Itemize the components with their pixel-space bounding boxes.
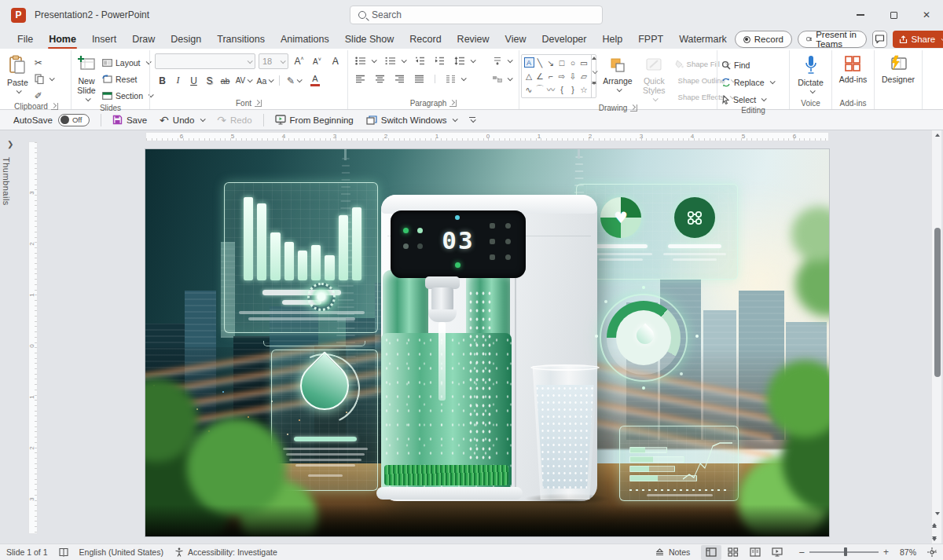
reading-view-button[interactable] [745,545,765,560]
zoom-out-button[interactable]: − [798,547,805,558]
spelling-button[interactable] [59,547,68,557]
replace-button[interactable]: Replace [719,75,776,89]
shape-star-icon[interactable]: ☆ [580,85,587,94]
minimize-button[interactable] [844,0,877,30]
shape-rounded-rectangle-icon[interactable]: ▭ [580,58,588,68]
scroll-down-arrow[interactable] [932,512,942,515]
shape-triangle-icon[interactable]: △ [526,71,532,81]
tab-record[interactable]: Record [402,31,449,49]
next-slide-button[interactable] [932,536,942,541]
clear-formatting-button[interactable]: A⁄ [328,54,343,69]
undo-button[interactable]: ↶ Undo [154,112,210,129]
slide-indicator[interactable]: Slide 1 of 1 [6,547,48,557]
tab-draw[interactable]: Draw [124,31,163,49]
new-slide-button[interactable]: New Slide [73,53,100,104]
change-case-button[interactable]: Aa [255,73,275,88]
tab-transitions[interactable]: Transitions [209,31,273,49]
tab-insert[interactable]: Insert [84,31,124,49]
slide-canvas[interactable]: ♥ [145,149,829,536]
tab-design[interactable]: Design [163,31,209,49]
slideshow-view-button[interactable] [767,545,787,560]
tab-review[interactable]: Review [449,31,497,49]
arrange-button[interactable]: Arrange [600,54,636,94]
shapes-scroll-down[interactable] [592,68,597,74]
shape-arrow-right-icon[interactable]: ⇨ [559,71,566,81]
zoom-slider[interactable] [809,551,879,553]
shrink-font-button[interactable]: A˅ [310,54,325,69]
strikethrough-button[interactable]: ab [218,73,233,88]
tab-help[interactable]: Help [594,31,630,49]
dictate-button[interactable]: Dictate [794,53,827,96]
find-button[interactable]: Find [719,58,776,71]
thumbnails-pane-label[interactable]: Thumbnails [2,157,11,206]
normal-view-button[interactable] [701,545,721,560]
select-button[interactable]: Select [719,93,776,106]
scroll-up-arrow[interactable] [932,134,942,137]
redo-button[interactable]: ↷ Redo [211,112,257,129]
font-dialog-launcher[interactable] [255,100,262,107]
shape-arrow-down-icon[interactable]: ⇩ [570,71,577,81]
layout-button[interactable]: Layout [100,56,155,69]
designer-button[interactable]: Designer [878,53,919,86]
zoom-in-button[interactable]: + [883,547,889,558]
font-name-combo[interactable] [155,53,255,69]
vertical-scrollbar[interactable] [931,130,941,544]
maximize-button[interactable] [877,0,910,30]
paragraph-dialog-launcher[interactable] [449,100,457,107]
justify-button[interactable] [412,72,427,86]
autosave-toggle[interactable]: AutoSave Off [8,112,95,129]
shape-text-box-icon[interactable]: A [524,57,534,68]
text-direction-button[interactable] [490,54,514,68]
character-spacing-button[interactable]: AV [233,73,254,88]
shapes-scroll-up[interactable] [592,57,596,60]
addins-button[interactable]: Add-ins [835,53,871,86]
autosave-switch[interactable]: Off [58,114,90,126]
from-beginning-button[interactable]: From Beginning [270,112,359,127]
format-painter-button[interactable]: ✐ [32,89,56,102]
underline-button[interactable]: U [186,73,201,88]
italic-button[interactable]: I [171,73,185,88]
copy-button[interactable] [32,72,56,86]
shape-brace-left-icon[interactable]: { [560,85,563,94]
columns-button[interactable] [443,72,468,86]
notes-button[interactable]: Notes [655,547,690,557]
slide-sorter-view-button[interactable] [723,545,743,560]
tab-view[interactable]: View [497,31,534,49]
language-button[interactable]: English (United States) [79,547,163,557]
shape-polyline-icon[interactable]: ∠ [536,71,543,81]
increase-indent-button[interactable] [432,54,447,68]
shapes-more-button[interactable] [592,83,596,96]
section-button[interactable]: Section [100,89,155,102]
expand-thumbnails-chevron[interactable]: ❯ [7,140,13,148]
text-shadow-button[interactable]: S [202,73,217,88]
close-button[interactable]: ✕ [910,0,943,30]
tab-watermark[interactable]: Watermark [671,31,735,49]
tab-slide-show[interactable]: Slide Show [337,31,402,49]
comments-button[interactable] [872,31,886,48]
qat-overflow-button[interactable] [464,115,481,125]
shape-curve-icon[interactable]: 〰 [547,83,556,95]
shape-oval-icon[interactable]: ○ [571,58,575,68]
shape-brace-right-icon[interactable]: } [571,85,574,94]
tab-fppt[interactable]: FPPT [630,31,671,49]
shape-arrow-icon[interactable]: ↘ [548,58,555,68]
drawing-dialog-launcher[interactable] [630,104,637,112]
record-button[interactable]: Record [735,31,792,48]
clipboard-dialog-launcher[interactable] [51,103,58,110]
quick-styles-button[interactable]: Quick Styles [639,54,670,104]
grow-font-button[interactable]: A˄ [292,54,306,69]
accessibility-button[interactable]: Accessibility: Investigate [174,547,277,557]
present-in-teams-button[interactable]: Present in Teams [798,31,867,48]
collapse-ribbon-button[interactable] [931,544,935,555]
shape-scribble-icon[interactable]: ∿ [526,85,533,94]
shapes-gallery[interactable]: A ╲ ↘ □ ○ ▭ △ ∠ ⌐ ⇨ ⇩ ▱ ∿ ⌒ 〰 { } [521,54,596,98]
reset-button[interactable]: Reset [100,72,155,86]
tab-developer[interactable]: Developer [534,31,594,49]
tab-file[interactable]: File [9,31,41,49]
cut-button[interactable]: ✂ [32,56,56,69]
search-input[interactable]: Search [350,5,603,24]
line-spacing-button[interactable] [452,54,477,68]
font-color-button[interactable]: A [305,73,325,88]
align-center-button[interactable] [372,72,387,86]
zoom-level[interactable]: 87% [900,547,916,557]
